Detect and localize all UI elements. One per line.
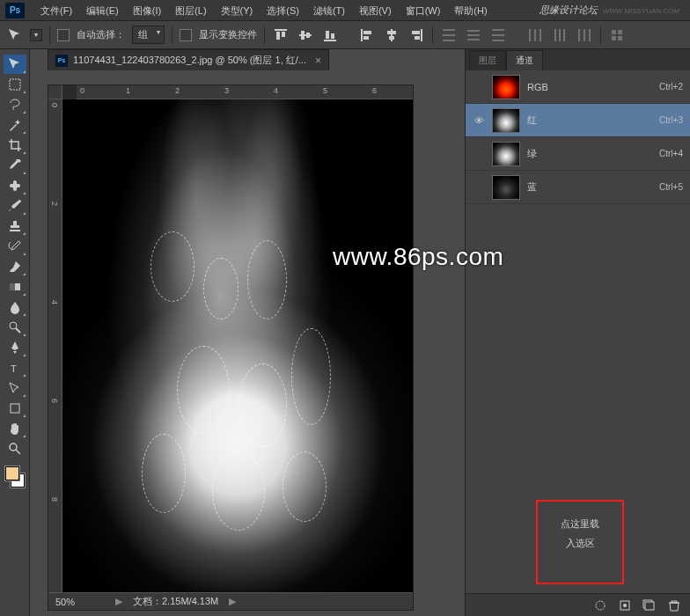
save-selection-icon[interactable] — [618, 598, 632, 612]
svg-rect-47 — [11, 404, 19, 413]
tab-channels[interactable]: 通道 — [506, 50, 543, 70]
load-selection-icon[interactable] — [593, 598, 607, 612]
align-left-icon[interactable] — [358, 26, 376, 44]
svg-rect-28 — [534, 29, 536, 41]
channel-blue[interactable]: 👁 蓝 Ctrl+5 — [466, 171, 690, 204]
menu-select[interactable]: 选择(S) — [260, 0, 306, 21]
svg-rect-22 — [467, 34, 480, 36]
move-tool[interactable] — [4, 55, 26, 74]
auto-select-checkbox[interactable] — [57, 29, 70, 41]
menu-layer[interactable]: 图层(L) — [168, 0, 213, 21]
svg-rect-26 — [492, 40, 504, 41]
distribute-top-icon — [440, 26, 458, 44]
distribute-right-icon — [576, 26, 593, 44]
delete-channel-icon[interactable] — [667, 598, 681, 612]
auto-select-type[interactable]: 组 — [132, 26, 165, 44]
svg-text:T: T — [11, 363, 17, 374]
tools-panel: T — [0, 49, 30, 616]
gradient-tool[interactable] — [4, 277, 26, 297]
history-brush-tool[interactable] — [4, 237, 26, 256]
healing-tool[interactable] — [4, 176, 26, 195]
path-select-tool[interactable] — [4, 378, 26, 398]
new-channel-icon[interactable] — [642, 598, 657, 612]
channel-thumb — [492, 175, 520, 200]
align-right-icon[interactable] — [407, 26, 425, 44]
dodge-tool[interactable] — [4, 318, 26, 337]
lasso-tool[interactable] — [4, 95, 26, 114]
menu-view[interactable]: 视图(V) — [352, 0, 399, 21]
channel-shortcut: Ctrl+3 — [659, 115, 683, 125]
channel-name: 蓝 — [527, 180, 652, 194]
type-tool[interactable]: T — [4, 358, 26, 378]
status-arrow-icon[interactable]: ▶ — [115, 596, 122, 607]
svg-rect-5 — [306, 33, 310, 38]
tool-preset-dropdown[interactable]: ▾ — [30, 29, 42, 41]
channel-name: 红 — [527, 114, 652, 127]
visibility-icon[interactable]: 👁 — [473, 148, 485, 160]
magic-wand-tool[interactable] — [4, 115, 26, 135]
ruler-vertical[interactable]: 02468 — [48, 99, 62, 592]
foreground-swatch[interactable] — [5, 466, 19, 480]
channel-rgb[interactable]: 👁 RGB Ctrl+2 — [466, 70, 690, 104]
menu-filter[interactable]: 滤镜(T) — [306, 0, 352, 21]
color-swatches[interactable] — [4, 465, 26, 489]
menu-edit[interactable]: 编辑(E) — [79, 0, 126, 21]
eraser-tool[interactable] — [4, 257, 26, 276]
channel-red[interactable]: 👁 红 Ctrl+3 — [466, 104, 690, 137]
channel-shortcut: Ctrl+4 — [659, 149, 683, 158]
tab-close-icon[interactable]: × — [315, 55, 321, 67]
svg-rect-35 — [589, 29, 591, 41]
svg-rect-25 — [492, 34, 504, 36]
shape-tool[interactable] — [4, 399, 26, 418]
distribute-bottom-icon — [489, 26, 507, 44]
svg-rect-27 — [529, 29, 531, 41]
svg-rect-21 — [467, 30, 480, 32]
auto-align-icon — [608, 26, 626, 44]
svg-rect-4 — [301, 31, 305, 40]
status-menu-icon[interactable]: ▶ — [229, 596, 236, 607]
ps-file-icon: Ps — [55, 55, 68, 67]
svg-rect-30 — [554, 29, 556, 41]
channels-list: 👁 RGB Ctrl+2 👁 红 Ctrl+3 👁 绿 Ctrl+4 👁 蓝 C… — [466, 70, 690, 204]
svg-rect-13 — [387, 31, 396, 34]
distribute-vcenter-icon — [465, 26, 482, 44]
brush-tool[interactable] — [4, 196, 26, 216]
pen-tool[interactable] — [4, 338, 26, 357]
svg-point-48 — [10, 444, 17, 451]
menu-window[interactable]: 窗口(W) — [399, 0, 448, 21]
channel-green[interactable]: 👁 绿 Ctrl+4 — [466, 137, 690, 171]
visibility-icon[interactable]: 👁 — [473, 114, 485, 127]
align-top-icon[interactable] — [272, 26, 290, 44]
stamp-tool[interactable] — [4, 216, 26, 236]
menu-help[interactable]: 帮助(H) — [447, 0, 494, 21]
align-hcenter-icon[interactable] — [383, 26, 400, 44]
distribute-left-icon — [526, 26, 544, 44]
auto-select-label: 自动选择： — [77, 28, 125, 41]
tab-layers[interactable]: 图层 — [469, 50, 506, 70]
marquee-tool[interactable] — [4, 75, 26, 94]
zoom-tool[interactable] — [4, 439, 26, 458]
menu-type[interactable]: 类型(Y) — [214, 0, 261, 21]
svg-rect-14 — [389, 36, 394, 40]
brand-label: 思缘设计论坛WWW.MISSYUAN.COM — [540, 4, 690, 17]
canvas[interactable] — [62, 99, 413, 592]
blur-tool[interactable] — [4, 297, 26, 317]
align-vcenter-icon[interactable] — [297, 26, 314, 44]
channel-name: RGB — [527, 82, 652, 92]
annotation-box: 点这里载 入选区 — [536, 500, 624, 584]
crop-tool[interactable] — [4, 136, 26, 155]
menu-image[interactable]: 图像(I) — [126, 0, 168, 21]
svg-rect-9 — [361, 29, 363, 41]
document-tab[interactable]: Ps 11074431_122403780263_2.jpg @ 50% (图层… — [48, 49, 329, 70]
channel-name: 绿 — [527, 147, 652, 160]
align-bottom-icon[interactable] — [321, 26, 339, 44]
visibility-icon[interactable]: 👁 — [473, 81, 485, 93]
svg-rect-29 — [540, 29, 541, 41]
hand-tool[interactable] — [4, 419, 26, 438]
ruler-horizontal[interactable]: 01234567 — [77, 85, 413, 99]
visibility-icon[interactable]: 👁 — [473, 181, 485, 194]
zoom-level[interactable]: 50% — [55, 597, 105, 607]
eyedropper-tool[interactable] — [4, 156, 26, 175]
show-transform-checkbox[interactable] — [180, 29, 192, 41]
menu-file[interactable]: 文件(F) — [33, 0, 79, 21]
